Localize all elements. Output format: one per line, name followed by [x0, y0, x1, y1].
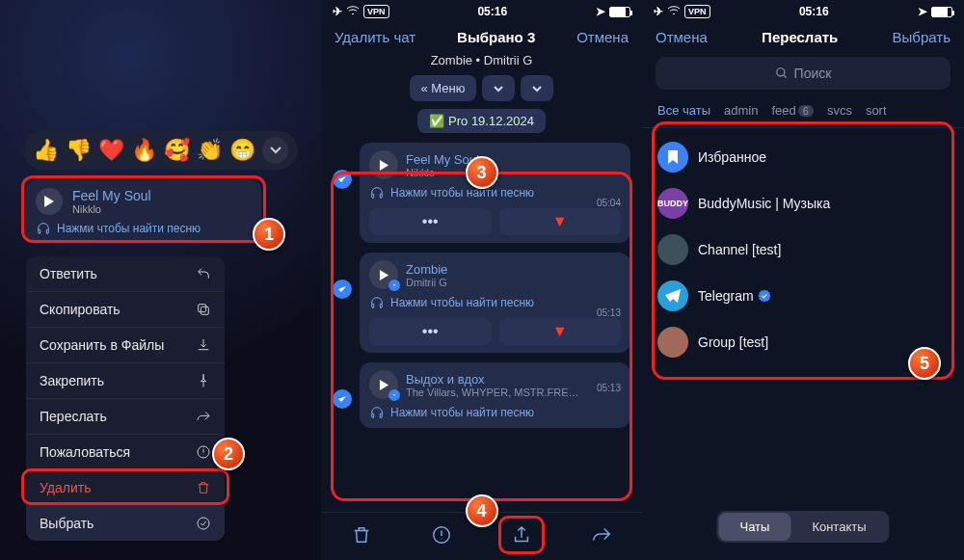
reaction-fire[interactable]: 🔥 — [131, 138, 157, 163]
menu-report-label: Пожаловаться — [40, 444, 130, 460]
play-icon[interactable] — [369, 370, 398, 399]
menu-copy-label: Скопировать — [40, 302, 120, 317]
chip-down2[interactable] — [521, 75, 553, 101]
tab-feed[interactable]: feed6 — [771, 103, 813, 118]
msg-more-button[interactable]: ••• — [369, 208, 492, 235]
selected-message[interactable]: Zombie Dmitrii G Нажми чтобы найти песню… — [333, 253, 630, 353]
msg-action-button[interactable]: ▼ — [499, 208, 622, 235]
reaction-grin[interactable]: 😁 — [229, 138, 255, 163]
tab-all-chats[interactable]: Все чаты — [657, 103, 710, 118]
reaction-love[interactable]: 🥰 — [164, 138, 190, 163]
chat-row[interactable]: Channel [test] — [652, 227, 954, 273]
airplane-icon: ✈︎ — [333, 5, 342, 18]
reaction-more-icon[interactable] — [262, 137, 288, 164]
tab-sort[interactable]: sort — [866, 103, 887, 118]
menu-save-files[interactable]: Сохранить в Файлы — [26, 328, 225, 363]
svg-point-5 — [776, 68, 784, 76]
menu-reply-label: Ответить — [40, 266, 97, 281]
menu-forward-label: Переслать — [40, 409, 107, 424]
menu-delete-label: Удалить — [40, 480, 91, 495]
selection-check-icon[interactable] — [333, 389, 352, 409]
play-icon[interactable] — [369, 150, 398, 179]
song-hint[interactable]: Нажми чтобы найти песню — [57, 222, 201, 235]
cancel-button[interactable]: Отмена — [576, 29, 629, 45]
tab-feed-count: 6 — [798, 105, 814, 117]
reaction-thumbs-up[interactable]: 👍 — [33, 138, 59, 163]
msg-title: Zombie — [406, 262, 447, 277]
delete-chat-button[interactable]: Удалить чат — [335, 29, 415, 45]
select-button[interactable]: Выбрать — [893, 29, 951, 45]
menu-copy[interactable]: Скопировать — [26, 292, 225, 328]
chat-subhead: Zombie • Dmitrii G — [321, 51, 642, 75]
headphones-icon — [369, 405, 385, 420]
chat-name: Channel [test] — [698, 242, 781, 257]
check-icon: ✅ — [429, 114, 444, 128]
location-icon: ➤ — [596, 5, 605, 18]
forward-title: Переслать — [762, 29, 838, 45]
toolbar-report[interactable] — [431, 524, 452, 549]
menu-pin[interactable]: Закрепить — [26, 363, 225, 399]
selection-check-icon[interactable] — [333, 170, 352, 189]
selection-check-icon[interactable] — [333, 280, 352, 299]
toolbar-delete[interactable] — [351, 524, 372, 549]
wifi-icon — [346, 5, 360, 18]
step-badge-2: 2 — [212, 438, 245, 470]
pro-badge[interactable]: ✅Pro 19.12.2024 — [417, 109, 546, 133]
chat-row[interactable]: BUDDY BuddyMusic | Музыка — [652, 180, 954, 227]
context-menu: Ответить Скопировать Сохранить в Файлы З… — [26, 256, 225, 541]
forward-nav: Отмена Переслать Выбрать — [642, 23, 964, 51]
chip-down1[interactable] — [482, 75, 515, 101]
chat-row-telegram[interactable]: Telegram — [652, 273, 954, 319]
msg-more-button[interactable]: ••• — [369, 318, 492, 345]
svg-rect-1 — [199, 305, 206, 312]
song-title: Feel My Soul — [72, 188, 151, 203]
segment-chats[interactable]: Чаты — [718, 513, 790, 541]
toolbar-forward[interactable] — [591, 524, 612, 549]
menu-delete[interactable]: Удалить — [26, 470, 225, 506]
play-icon[interactable] — [36, 188, 63, 215]
menu-chip-label: « Меню — [421, 81, 466, 95]
copy-icon — [196, 302, 211, 317]
segment-contacts[interactable]: Контакты — [790, 513, 887, 541]
vpn-badge: VPN — [363, 5, 389, 18]
msg-action-button[interactable]: ▼ — [499, 318, 622, 345]
battery-icon — [931, 7, 952, 17]
selected-message[interactable]: Выдох и вдох The Villars, WHYPER, MSTR.F… — [333, 362, 630, 428]
cancel-button[interactable]: Отмена — [656, 29, 708, 45]
msg-artist: Dmitrii G — [406, 277, 447, 288]
reaction-heart[interactable]: ❤️ — [98, 138, 124, 163]
avatar — [657, 327, 688, 358]
menu-forward[interactable]: Переслать — [26, 399, 225, 435]
menu-report[interactable]: Пожаловаться — [26, 435, 225, 470]
download-icon — [196, 337, 211, 353]
msg-hint[interactable]: Нажми чтобы найти песню — [390, 296, 534, 309]
menu-reply[interactable]: Ответить — [26, 256, 225, 292]
step-badge-3: 3 — [466, 156, 498, 189]
play-icon[interactable] — [369, 260, 398, 289]
reaction-bar[interactable]: 👍 👎 ❤️ 🔥 🥰 👏 😁 — [23, 131, 298, 170]
menu-select[interactable]: Выбрать — [26, 506, 225, 541]
reaction-clap[interactable]: 👏 — [197, 138, 223, 163]
search-placeholder: Поиск — [794, 66, 832, 81]
toolbar-share[interactable] — [511, 524, 532, 549]
search-input[interactable]: Поиск — [656, 57, 951, 90]
bottom-segment[interactable]: Чаты Контакты — [716, 511, 889, 543]
location-icon: ➤ — [918, 5, 927, 18]
airplane-icon: ✈︎ — [654, 5, 663, 18]
reply-icon — [196, 266, 211, 281]
chat-row-saved[interactable]: Избранное — [652, 134, 954, 180]
tab-admin[interactable]: admin — [724, 103, 758, 118]
reaction-thumbs-down[interactable]: 👎 — [66, 138, 92, 163]
menu-select-label: Выбрать — [40, 516, 94, 531]
tab-svcs[interactable]: svcs — [827, 103, 852, 118]
step-badge-4: 4 — [466, 494, 498, 527]
message-song-card[interactable]: Feel My Soul Nikklo Нажми чтобы найти пе… — [26, 180, 261, 244]
status-bar: ✈︎ VPN 05:16 ➤ — [321, 0, 642, 23]
search-icon — [775, 67, 789, 80]
selection-nav: Удалить чат Выбрано 3 Отмена — [321, 23, 642, 51]
menu-chip[interactable]: « Меню — [410, 75, 477, 101]
msg-hint[interactable]: Нажми чтобы найти песню — [390, 186, 534, 200]
pin-icon — [196, 373, 211, 388]
check-circle-icon — [196, 516, 211, 531]
msg-hint[interactable]: Нажми чтобы найти песню — [390, 406, 534, 419]
